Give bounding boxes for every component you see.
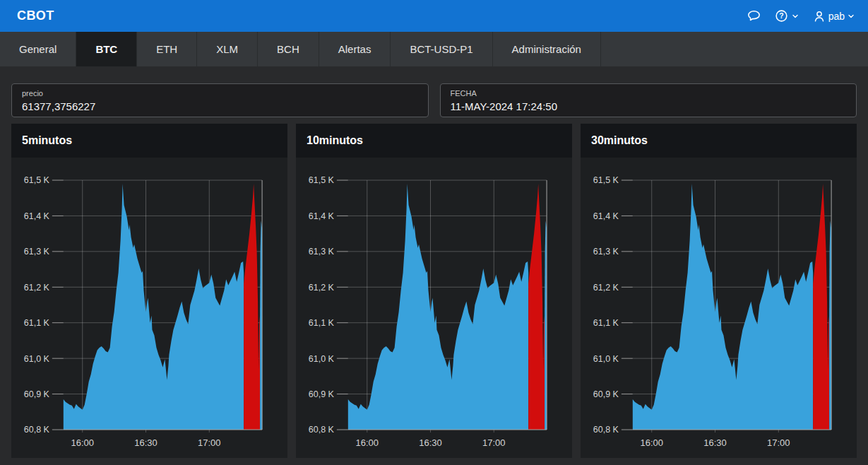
price-chart-30min: 61,5 K61,4 K61,3 K61,2 K61,1 K61,0 K60,9… bbox=[581, 158, 857, 458]
panel-title: 10minutos bbox=[307, 134, 363, 147]
summary-fields: precio 61377,3756227 FECHA 11-MAY-2024 1… bbox=[11, 83, 857, 117]
svg-text:61,4 K: 61,4 K bbox=[24, 211, 50, 221]
svg-text:61,4 K: 61,4 K bbox=[593, 211, 619, 221]
svg-text:61,1 K: 61,1 K bbox=[24, 318, 50, 328]
svg-text:61,3 K: 61,3 K bbox=[593, 247, 619, 257]
svg-text:16:00: 16:00 bbox=[356, 437, 379, 448]
price-area-chart: 61,5 K61,4 K61,3 K61,2 K61,1 K61,0 K60,9… bbox=[581, 158, 857, 458]
panel-title: 30minutos bbox=[591, 134, 648, 147]
price-field[interactable]: precio 61377,3756227 bbox=[11, 83, 429, 117]
svg-text:16:30: 16:30 bbox=[703, 437, 726, 448]
chart-panels: 5minutos 61,5 K61,4 K61,3 K61,2 K61,1 K6… bbox=[11, 124, 857, 458]
price-chart-10min: 61,5 K61,4 K61,3 K61,2 K61,1 K61,0 K60,9… bbox=[296, 158, 572, 458]
svg-text:17:00: 17:00 bbox=[482, 437, 505, 448]
price-chart-5min: 61,5 K61,4 K61,3 K61,2 K61,1 K61,0 K60,9… bbox=[11, 158, 287, 458]
svg-text:61,0 K: 61,0 K bbox=[593, 354, 619, 364]
date-field-label: FECHA bbox=[451, 89, 847, 98]
svg-text:60,8 K: 60,8 K bbox=[593, 425, 619, 435]
top-bar-actions: ? pab bbox=[747, 8, 855, 23]
svg-text:61,0 K: 61,0 K bbox=[24, 354, 50, 364]
svg-text:61,1 K: 61,1 K bbox=[593, 318, 619, 328]
svg-text:60,8 K: 60,8 K bbox=[309, 425, 335, 435]
panel-10min-header: 10minutos bbox=[296, 124, 572, 158]
svg-text:61,2 K: 61,2 K bbox=[593, 283, 619, 293]
cbot-dashboard: CBOT ? pab bbox=[0, 0, 868, 465]
tab-xlm[interactable]: XLM bbox=[197, 32, 258, 66]
svg-text:61,5 K: 61,5 K bbox=[309, 175, 335, 185]
user-menu-button[interactable]: pab bbox=[812, 9, 855, 23]
svg-text:16:00: 16:00 bbox=[71, 437, 94, 448]
svg-text:61,0 K: 61,0 K bbox=[309, 354, 335, 364]
tab-alertas[interactable]: Alertas bbox=[319, 32, 391, 66]
svg-text:17:00: 17:00 bbox=[198, 437, 220, 448]
price-field-label: precio bbox=[22, 89, 418, 98]
svg-text:61,4 K: 61,4 K bbox=[309, 211, 335, 221]
svg-text:60,8 K: 60,8 K bbox=[24, 425, 50, 435]
chat-icon bbox=[747, 8, 761, 23]
svg-text:60,9 K: 60,9 K bbox=[309, 389, 335, 399]
panel-5min-header: 5minutos bbox=[11, 124, 287, 158]
panel-30min: 30minutos 61,5 K61,4 K61,3 K61,2 K61,1 K… bbox=[581, 124, 857, 458]
panel-30min-header: 30minutos bbox=[581, 124, 857, 158]
top-bar: CBOT ? pab bbox=[0, 0, 868, 32]
help-menu-button[interactable]: ? bbox=[774, 8, 799, 23]
panel-5min: 5minutos 61,5 K61,4 K61,3 K61,2 K61,1 K6… bbox=[11, 124, 287, 458]
tab-general[interactable]: General bbox=[0, 32, 76, 66]
tab-bch[interactable]: BCH bbox=[258, 32, 319, 66]
help-icon: ? bbox=[774, 8, 789, 23]
price-area-chart: 61,5 K61,4 K61,3 K61,2 K61,1 K61,0 K60,9… bbox=[296, 158, 572, 458]
svg-text:60,9 K: 60,9 K bbox=[24, 389, 50, 399]
svg-text:16:00: 16:00 bbox=[641, 437, 663, 448]
svg-text:61,1 K: 61,1 K bbox=[309, 318, 335, 328]
price-field-value: 61377,3756227 bbox=[22, 100, 418, 112]
chevron-down-icon bbox=[847, 12, 855, 20]
svg-text:61,5 K: 61,5 K bbox=[24, 175, 50, 185]
svg-text:16:30: 16:30 bbox=[134, 437, 157, 448]
svg-text:61,3 K: 61,3 K bbox=[309, 247, 335, 257]
tab-bct-usd-p1[interactable]: BCT-USD-P1 bbox=[391, 32, 492, 66]
tab-administracion[interactable]: Administración bbox=[493, 32, 601, 66]
svg-text:60,9 K: 60,9 K bbox=[593, 389, 619, 399]
panel-title: 5minutos bbox=[22, 134, 72, 147]
svg-text:61,2 K: 61,2 K bbox=[309, 283, 335, 293]
svg-text:61,5 K: 61,5 K bbox=[593, 175, 619, 185]
date-field-value: 11-MAY-2024 17:24:50 bbox=[451, 100, 847, 112]
tab-btc[interactable]: BTC bbox=[76, 32, 137, 66]
chevron-down-icon bbox=[791, 12, 799, 20]
price-area-chart: 61,5 K61,4 K61,3 K61,2 K61,1 K61,0 K60,9… bbox=[11, 158, 287, 458]
username: pab bbox=[828, 11, 845, 22]
tab-bar: General BTC ETH XLM BCH Alertas BCT-USD-… bbox=[0, 32, 868, 66]
app-title: CBOT bbox=[17, 8, 54, 23]
svg-text:61,3 K: 61,3 K bbox=[24, 247, 50, 257]
svg-text:17:00: 17:00 bbox=[767, 437, 790, 448]
date-field[interactable]: FECHA 11-MAY-2024 17:24:50 bbox=[440, 83, 857, 117]
user-icon bbox=[812, 9, 826, 23]
svg-text:16:30: 16:30 bbox=[419, 437, 441, 448]
panel-10min: 10minutos 61,5 K61,4 K61,3 K61,2 K61,1 K… bbox=[296, 124, 572, 458]
tab-eth[interactable]: ETH bbox=[137, 32, 197, 66]
svg-text:61,2 K: 61,2 K bbox=[24, 283, 50, 293]
chat-button[interactable] bbox=[747, 8, 761, 23]
svg-text:?: ? bbox=[779, 11, 783, 20]
